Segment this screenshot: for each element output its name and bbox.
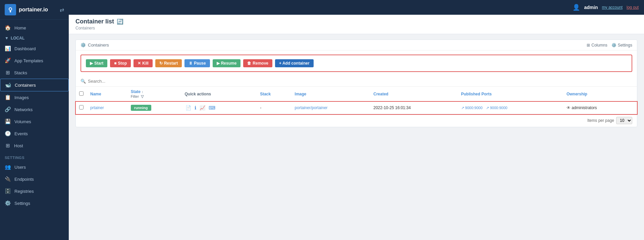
panel-settings-label: Settings (618, 43, 632, 48)
sidebar-item-host[interactable]: ⊞ Host (0, 140, 69, 152)
containers-icon: 🐋 (5, 82, 11, 88)
row-checkbox[interactable] (79, 105, 84, 109)
app-templates-icon: 🚀 (5, 58, 11, 64)
sidebar-item-stacks[interactable]: ⊞ Stacks (0, 67, 69, 79)
sidebar-item-home[interactable]: 🏠 Home (0, 22, 69, 34)
row-created-value: 2022-10-25 16:01:34 (373, 105, 411, 110)
kill-button[interactable]: ✕ Kill (133, 59, 153, 67)
panel-title-text: Containers (88, 43, 109, 48)
containers-table: Name State ↕ Filter ▽ (76, 87, 637, 114)
user-icon: 👤 (573, 4, 580, 11)
columns-button[interactable]: ⊞ Columns (587, 43, 607, 48)
resume-button[interactable]: ▶ Resume (213, 59, 241, 67)
stop-icon: ■ (114, 61, 116, 66)
sidebar-logo: portainer.io ⇄ (0, 0, 69, 20)
qa-inspect-icon[interactable]: ℹ (194, 104, 197, 111)
qa-stats-icon[interactable]: 📈 (199, 104, 206, 111)
select-all-checkbox[interactable] (79, 91, 84, 96)
th-stack-label[interactable]: Stack (260, 92, 271, 96)
th-image: Image (291, 87, 370, 102)
stop-button[interactable]: ■ Stop (110, 59, 131, 67)
port-link-2[interactable]: ↗ 9000:9000 (486, 106, 507, 110)
table-row: prtainer running 📄 ℹ 📈 (76, 102, 637, 114)
pause-button[interactable]: ⏸ Pause (184, 59, 210, 67)
port-link-1[interactable]: ↗ 9000:9000 (461, 106, 483, 110)
sidebar-item-networks[interactable]: 🔗 Networks (0, 103, 69, 115)
sidebar-item-images[interactable]: 📋 Images (0, 91, 69, 103)
settings-section-label: SETTINGS (0, 152, 69, 161)
th-published-ports: Published Ports (458, 87, 563, 102)
topbar-username: admin (584, 5, 598, 10)
kill-icon: ✕ (138, 61, 141, 66)
sidebar-item-app-templates-label: App Templates (14, 58, 43, 63)
log-out-link[interactable]: log out (627, 5, 639, 10)
remove-icon: 🗑 (247, 61, 251, 66)
my-account-link[interactable]: my account (602, 5, 623, 10)
sidebar-item-volumes[interactable]: 💾 Volumes (0, 115, 69, 128)
start-label: Start (94, 61, 103, 66)
resume-label: Resume (221, 61, 237, 66)
page-subtitle: Containers (75, 26, 637, 30)
columns-icon: ⊞ (587, 43, 590, 48)
row-stack-value: - (260, 105, 261, 110)
row-state-cell: running (127, 102, 181, 114)
add-container-button[interactable]: + Add container (275, 59, 314, 67)
sidebar-item-users[interactable]: 👥 Users (0, 161, 69, 173)
th-checkbox (76, 87, 87, 102)
table-container: Name State ↕ Filter ▽ (76, 87, 637, 114)
pause-label: Pause (194, 61, 206, 66)
columns-label: Columns (591, 43, 607, 48)
add-container-label: + Add container (279, 61, 310, 66)
dashboard-icon: 📊 (5, 46, 11, 52)
row-ports-cell: ↗ 9000:9000 ↗ 9000:9000 (458, 102, 563, 114)
search-input[interactable] (88, 79, 632, 84)
th-state-label[interactable]: State (131, 89, 141, 94)
restart-button[interactable]: ↻ Restart (155, 59, 182, 67)
row-stack-cell: - (257, 102, 291, 114)
home-icon: 🏠 (5, 25, 11, 31)
stop-label: Stop (118, 61, 127, 66)
sidebar-item-endpoints[interactable]: 🔌 Endpoints (0, 173, 69, 185)
start-button[interactable]: ▶ Start (86, 59, 107, 67)
sidebar-item-settings[interactable]: ⚙️ Settings (0, 197, 69, 209)
sidebar-item-host-label: Host (14, 143, 23, 148)
panel-title: ⚙️ Containers (80, 43, 109, 48)
topbar: 👤 admin my account log out (69, 0, 644, 15)
sidebar-item-registries[interactable]: 🗄️ Registries (0, 185, 69, 197)
filter-icon[interactable]: ▽ (141, 94, 144, 98)
table-body: prtainer running 📄 ℹ 📈 (76, 102, 637, 114)
sidebar-item-dashboard[interactable]: 📊 Dashboard (0, 43, 69, 55)
refresh-icon[interactable]: 🔄 (117, 18, 123, 25)
topbar-user-area: 👤 admin my account log out (573, 4, 639, 11)
qa-console-icon[interactable]: ⌨ (208, 104, 216, 111)
content-area: Container list 🔄 Containers ⚙️ Container… (69, 15, 644, 240)
th-state: State ↕ Filter ▽ (127, 87, 181, 102)
th-created-label[interactable]: Created (373, 92, 388, 96)
settings-button[interactable]: ⚙️ Settings (611, 43, 632, 48)
sidebar-item-containers[interactable]: 🐋 Containers (0, 79, 69, 91)
quick-actions: 📄 ℹ 📈 ⌨ (185, 104, 254, 111)
row-quick-actions-cell: 📄 ℹ 📈 ⌨ (181, 102, 257, 114)
th-ownership-label[interactable]: Ownership (567, 92, 587, 96)
th-name: Name (87, 87, 127, 102)
items-per-page-select[interactable]: 10 25 50 (616, 117, 632, 124)
networks-icon: 🔗 (5, 106, 11, 112)
th-image-label[interactable]: Image (295, 92, 307, 96)
row-image-link[interactable]: portainer/portainer (295, 105, 328, 110)
state-sort-icon: ↕ (142, 90, 143, 94)
sidebar-item-app-templates[interactable]: 🚀 App Templates (0, 55, 69, 67)
qa-logs-icon[interactable]: 📄 (185, 104, 192, 111)
settings-icon: ⚙️ (5, 200, 11, 206)
remove-button[interactable]: 🗑 Remove (243, 59, 272, 67)
th-published-ports-label[interactable]: Published Ports (461, 92, 492, 96)
sidebar-item-users-label: Users (14, 165, 26, 170)
container-name-link[interactable]: prtainer (90, 105, 104, 110)
panel-top-actions: ⚙️ Containers ⊞ Columns ⚙️ Settings (76, 40, 637, 51)
th-name-label[interactable]: Name (90, 92, 101, 96)
sidebar-toggle-icon[interactable]: ⇄ (60, 7, 64, 13)
logo-text: portainer.io (19, 7, 48, 13)
row-name-cell: prtainer (87, 102, 127, 114)
row-ownership-value: administrators (572, 105, 597, 110)
sidebar-item-events[interactable]: 🕐 Events (0, 128, 69, 140)
th-quick-actions: Quick actions (181, 87, 257, 102)
